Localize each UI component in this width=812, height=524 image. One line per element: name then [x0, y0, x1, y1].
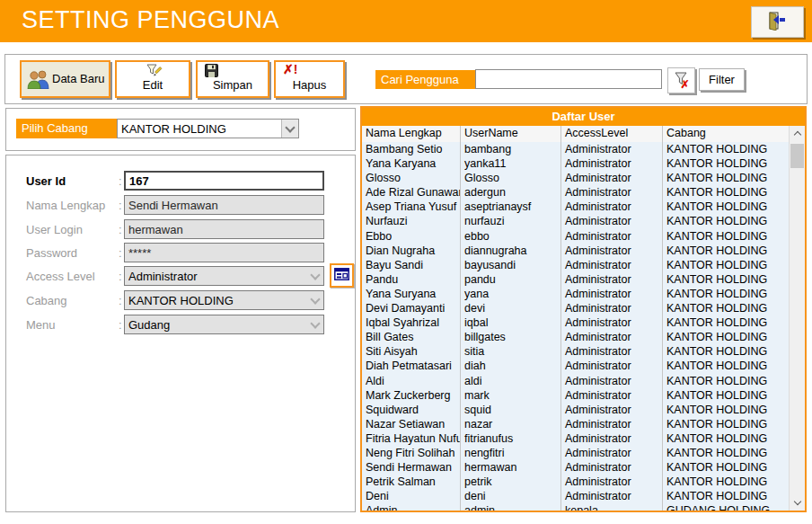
table-cell: KANTOR HOLDING	[663, 156, 790, 171]
table-row[interactable]: NurfauzinurfauziAdministratorKANTOR HOLD…	[362, 214, 790, 228]
table-cell: admin	[461, 503, 561, 511]
user-table-body: Bambang SetiobambangAdministratorKANTOR …	[362, 142, 790, 511]
user-grid: Nama Lengkap UserName AccessLevel Cabang…	[362, 126, 805, 511]
column-header-username[interactable]: UserName	[461, 126, 561, 142]
user-login-input	[124, 219, 324, 239]
user-form-panel: User Id : Nama Lengkap : User Login : Pa…	[5, 155, 356, 512]
delete-x-icon: ✗!	[283, 62, 297, 76]
table-row[interactable]: Yana Karyanayanka11AdministratorKANTOR H…	[362, 156, 790, 171]
table-cell: Ade Rizal Gunawan	[362, 185, 461, 200]
chevron-down-icon	[307, 267, 323, 285]
vertical-scrollbar[interactable]	[789, 126, 805, 511]
table-cell: Deni	[362, 489, 461, 503]
nama-lengkap-field-row: Nama Lengkap :	[6, 195, 355, 215]
menu-field-row: Menu : Gudang	[6, 315, 355, 334]
table-cell: fitrianufus	[461, 431, 561, 446]
separator: :	[119, 318, 122, 332]
separator: :	[119, 223, 122, 236]
table-row[interactable]: Ade Rizal GunawanadergunAdministratorKAN…	[362, 185, 790, 200]
table-cell: Siti Aisyah	[362, 344, 461, 359]
table-cell: KANTOR HOLDING	[663, 388, 790, 403]
table-row[interactable]: Nazar SetiawannazarAdministratorKANTOR H…	[362, 417, 790, 431]
table-cell: nurfauzi	[461, 214, 561, 228]
table-cell: Neng Fitri Solihah	[362, 446, 461, 460]
table-row[interactable]: AldialdiAdministratorKANTOR HOLDING	[362, 374, 790, 388]
table-cell: Administrator	[561, 272, 663, 287]
table-row[interactable]: Petrik SalmanpetrikAdministratorKANTOR H…	[362, 475, 790, 489]
table-cell: KANTOR HOLDING	[663, 200, 790, 214]
page-title: SETTING PENGGUNA	[22, 6, 279, 34]
access-level-field-row: Access Level : Administrator	[6, 266, 355, 286]
table-row[interactable]: Yana SuryanayanaAdministratorKANTOR HOLD…	[362, 287, 790, 301]
table-cell: Administrator	[561, 171, 663, 185]
table-cell: GUDANG HOLDING	[663, 503, 790, 511]
table-row[interactable]: EbboebboAdministratorKANTOR HOLDING	[362, 229, 790, 244]
table-cell: Glosso	[362, 171, 461, 185]
hapus-button[interactable]: ✗! Hapus	[274, 60, 345, 98]
table-cell: Ebbo	[362, 229, 461, 244]
table-cell: KANTOR HOLDING	[663, 330, 790, 344]
table-row[interactable]: Fitria Hayatun NufusfitrianufusAdministr…	[362, 431, 790, 446]
table-row[interactable]: Mark ZuckerbergmarkAdministratorKANTOR H…	[362, 388, 790, 403]
column-header-accesslevel[interactable]: AccessLevel	[561, 126, 663, 142]
table-row[interactable]: Neng Fitri SolihahnengfitriAdministrator…	[362, 446, 790, 460]
table-cell: KANTOR HOLDING	[663, 344, 790, 359]
column-header-cabang[interactable]: Cabang	[663, 126, 790, 142]
table-row[interactable]: Devi DamayantideviAdministratorKANTOR HO…	[362, 301, 790, 315]
user-login-field-row: User Login :	[6, 219, 355, 239]
table-row[interactable]: Bambang SetiobambangAdministratorKANTOR …	[362, 142, 790, 156]
table-cell: Administrator	[561, 287, 663, 301]
table-cell: KANTOR HOLDING	[663, 229, 790, 244]
table-cell: KANTOR HOLDING	[663, 489, 790, 503]
menu-combobox: Gudang	[124, 315, 324, 334]
simpan-button[interactable]: Simpan	[196, 60, 269, 98]
table-cell: KANTOR HOLDING	[663, 431, 790, 446]
chevron-down-icon[interactable]	[281, 120, 298, 138]
filter-button[interactable]: Filter	[699, 68, 745, 91]
clear-filter-button[interactable]: ✗	[667, 67, 695, 93]
table-row[interactable]: SquidwardsquidAdministratorKANTOR HOLDIN…	[362, 403, 790, 417]
table-row[interactable]: Bayu SandibayusandiAdministratorKANTOR H…	[362, 258, 790, 272]
table-cell: Aldi	[362, 374, 461, 388]
table-row[interactable]: Dian NugrahadiannugrahaAdministratorKANT…	[362, 244, 790, 258]
table-row[interactable]: Asep Triana YusufaseptrianaysfAdministra…	[362, 200, 790, 214]
table-cell: yana	[461, 287, 561, 301]
scrollbar-thumb[interactable]	[790, 144, 804, 168]
table-cell: Diah Petmatasari	[362, 359, 461, 373]
table-cell: Administrator	[561, 214, 663, 228]
table-row[interactable]: AdminadminkepalaGUDANG HOLDING	[362, 503, 790, 511]
menu-value: Gudang	[128, 318, 305, 332]
scroll-down-icon[interactable]	[790, 495, 805, 511]
table-row[interactable]: Iqbal SyahrizaliqbalAdministratorKANTOR …	[362, 315, 790, 330]
separator: :	[119, 294, 122, 307]
scroll-up-icon[interactable]	[790, 126, 805, 141]
table-row[interactable]: GlossoGlossoAdministratorKANTOR HOLDING	[362, 171, 790, 185]
table-row[interactable]: Siti AisyahsitiaAdministratorKANTOR HOLD…	[362, 344, 790, 359]
table-cell: bambang	[461, 142, 561, 156]
table-cell: Iqbal Syahrizal	[362, 315, 461, 330]
user-id-input[interactable]	[124, 171, 324, 191]
cabang-label: Cabang	[26, 294, 67, 307]
chevron-down-icon	[307, 315, 323, 333]
table-cell: adergun	[461, 185, 561, 200]
table-cell: Administrator	[561, 431, 663, 446]
edit-button[interactable]: Edit	[115, 60, 190, 98]
table-cell: Devi Damayanti	[362, 301, 461, 315]
table-cell: Administrator	[561, 417, 663, 431]
table-row[interactable]: DenideniAdministratorKANTOR HOLDING	[362, 489, 790, 503]
column-header-nama-lengkap[interactable]: Nama Lengkap	[362, 126, 461, 142]
table-row[interactable]: Bill GatesbillgatesAdministratorKANTOR H…	[362, 330, 790, 344]
pilih-cabang-combobox[interactable]: KANTOR HOLDING	[117, 119, 299, 138]
table-cell: KANTOR HOLDING	[663, 446, 790, 460]
table-cell: Petrik Salman	[362, 475, 461, 489]
data-baru-button[interactable]: Data Baru	[20, 60, 110, 98]
data-baru-label: Data Baru	[52, 72, 109, 85]
table-row[interactable]: Sendi HermawanhermawanAdministratorKANTO…	[362, 460, 790, 475]
search-input[interactable]	[475, 69, 662, 89]
access-level-detail-button[interactable]	[330, 263, 354, 288]
table-cell: squid	[461, 403, 561, 417]
table-cell: Administrator	[561, 330, 663, 344]
exit-button[interactable]	[751, 6, 804, 38]
table-row[interactable]: PandupanduAdministratorKANTOR HOLDING	[362, 272, 790, 287]
table-row[interactable]: Diah PetmatasaridiahAdministratorKANTOR …	[362, 359, 790, 373]
